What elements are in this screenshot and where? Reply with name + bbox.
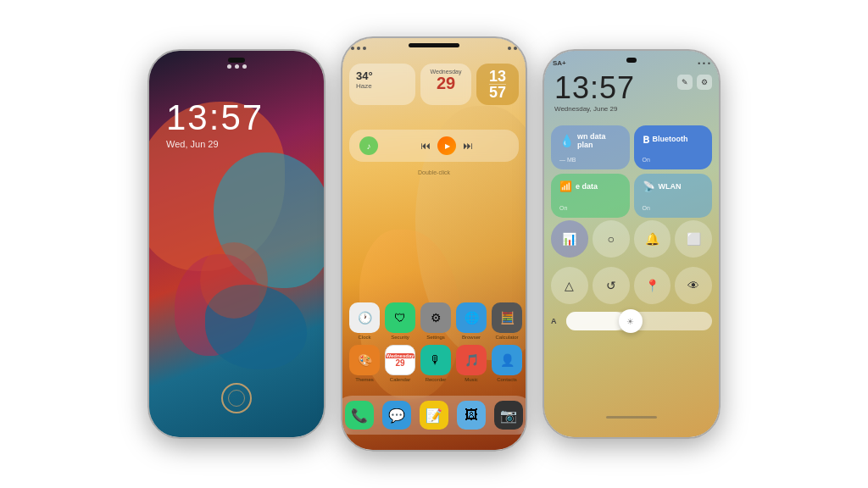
tile-wlan-title: WLAN	[659, 182, 682, 191]
music-app-icon: ♪	[359, 136, 378, 155]
app-icon-clock[interactable]: 🕐 Clock	[349, 302, 380, 340]
bg-blob-5	[200, 242, 268, 319]
home-indicator	[606, 416, 657, 419]
bluetooth-icon: ʙ	[643, 132, 649, 146]
control-panel-screen: SA+ ▪ ▪ ▪ 13:57 Wednesday, June 29 ✎ ⚙ 💧…	[544, 51, 719, 437]
tile-mobile-data[interactable]: 📶 e data On	[551, 174, 630, 218]
dock-notes[interactable]: 📝	[420, 401, 448, 430]
brightness-control: A ☀	[551, 312, 712, 330]
double-click-label: Double-click	[418, 169, 450, 175]
wifi-icon: ▪	[708, 59, 710, 67]
cp-btn-eye[interactable]: 👁	[675, 267, 712, 304]
app-img-browser: 🌐	[456, 302, 487, 333]
app-icon-calendar[interactable]: Wednesday 29 Calendar	[385, 345, 415, 382]
tile-bt-header: ʙ Bluetooth	[643, 132, 704, 146]
app-img-calculator: 🧮	[492, 302, 522, 333]
fingerprint-sensor[interactable]	[221, 383, 252, 413]
cp-btn-refresh[interactable]: ↺	[593, 267, 630, 304]
music-widget[interactable]: ♪ ⏮ ⏭	[349, 130, 519, 162]
cp-btn-stats[interactable]: 📊	[551, 220, 588, 258]
cp-btn-location[interactable]: 📍	[634, 267, 671, 304]
dock-gallery[interactable]: 🖼	[457, 401, 486, 430]
lockscreen-screen: 13:57 Wed, Jun 29	[149, 51, 324, 437]
tile-wlan-sub: On	[643, 205, 704, 211]
app-icon-browser[interactable]: 🌐 Browser	[456, 302, 487, 340]
lockscreen-date: Wed, Jun 29	[166, 139, 264, 149]
calendar-widget[interactable]: Wednesday 29	[420, 64, 471, 105]
status-dot	[351, 47, 354, 50]
tile-data-sub: — MB	[559, 157, 621, 163]
status-icons: ▪ ▪ ▪	[698, 59, 710, 67]
app-img-settings: ⚙	[420, 302, 451, 333]
tile-wlan-header: 📡 WLAN	[643, 180, 704, 192]
dock-phone[interactable]: 📞	[345, 401, 374, 430]
calendar-day-num: 29	[426, 75, 466, 92]
cp-btn-circle[interactable]: ○	[593, 220, 630, 258]
app-img-recorder: 🎙	[420, 345, 451, 375]
weather-widget[interactable]: 34° Haze	[349, 64, 415, 105]
app-label-clock: Clock	[358, 335, 370, 340]
cp-action-icons: ✎ ⚙	[677, 75, 712, 90]
status-dot	[363, 47, 366, 50]
dock-camera[interactable]: 📷	[494, 401, 523, 430]
app-icon-themes[interactable]: 🎨 Themes	[349, 345, 380, 382]
signal-icon: ▪	[703, 59, 705, 67]
phone-control-panel: SA+ ▪ ▪ ▪ 13:57 Wednesday, June 29 ✎ ⚙ 💧…	[542, 49, 721, 439]
app-label-music: Music	[465, 377, 478, 382]
status-indicator	[227, 64, 231, 69]
app-icon-calculator[interactable]: 🧮 Calculator	[492, 302, 522, 340]
music-icon-symbol: ♪	[367, 141, 371, 151]
camera-notch	[626, 58, 637, 63]
tile-bluetooth[interactable]: ʙ Bluetooth On	[634, 125, 713, 169]
brightness-fill	[566, 312, 625, 330]
brightness-knob[interactable]: ☀	[619, 309, 643, 333]
app-label-calendar: Calendar	[390, 377, 410, 382]
tile-mobile-header: 📶 e data	[559, 180, 621, 192]
status-dot	[514, 47, 517, 50]
tile-data-plan[interactable]: 💧 wn data plan — MB	[551, 125, 630, 169]
dock-messages[interactable]: 💬	[382, 401, 411, 430]
widget-row: 34° Haze Wednesday 29 13 57	[349, 64, 519, 105]
next-button[interactable]: ⏭	[463, 140, 473, 152]
app-label-contacts: Contacts	[497, 377, 517, 382]
app-img-clock: 🕐	[349, 302, 380, 333]
homescreen-screen: 34° Haze Wednesday 29 13 57 ♪ ⏮ ⏭ Doubl	[342, 38, 526, 450]
brightness-slider[interactable]: ☀	[566, 312, 712, 330]
play-button[interactable]	[437, 136, 456, 155]
app-label-settings: Settings	[426, 335, 445, 340]
app-icon-music[interactable]: 🎵 Music	[456, 345, 487, 382]
cp-date: Wednesday, June 29	[554, 105, 635, 113]
app-img-calendar: Wednesday 29	[385, 345, 415, 375]
control-tiles: 💧 wn data plan — MB ʙ Bluetooth On 📶 e d…	[551, 125, 712, 218]
carrier-label: SA+	[553, 59, 566, 67]
time-widget: 13 57	[476, 64, 519, 105]
weather-temp: 34°	[356, 69, 409, 82]
cp-edit-icon[interactable]: ✎	[677, 75, 693, 90]
app-dock: 📞 💬 📝 🖼 📷	[342, 396, 526, 435]
app-img-themes: 🎨	[349, 345, 380, 375]
app-icon-contacts[interactable]: 👤 Contacts	[492, 345, 522, 382]
wifi-icon: 📡	[643, 180, 655, 192]
cp-time-block: 13:57 Wednesday, June 29	[554, 73, 635, 113]
app-icon-settings[interactable]: ⚙ Settings	[420, 302, 451, 340]
app-label-themes: Themes	[355, 377, 374, 382]
app-grid: 🕐 Clock 🛡 Security ⚙ Settings 🌐 Browser …	[349, 302, 519, 382]
cp-btn-screen[interactable]: ⬜	[675, 220, 712, 258]
status-indicator	[242, 64, 247, 69]
battery-icon: ▪	[698, 59, 700, 67]
tile-wlan[interactable]: 📡 WLAN On	[634, 174, 713, 218]
status-bar	[149, 64, 324, 69]
weather-condition: Haze	[356, 82, 409, 90]
app-icon-security[interactable]: 🛡 Security	[385, 302, 415, 340]
status-dot	[508, 47, 511, 50]
app-img-contacts: 👤	[492, 345, 522, 375]
prev-button[interactable]: ⏮	[420, 140, 431, 152]
cp-btn-bell[interactable]: 🔔	[634, 220, 671, 258]
cp-settings-icon[interactable]: ⚙	[697, 75, 712, 90]
cp-btn-triangle[interactable]: △	[551, 267, 588, 304]
cp-clock: 13:57	[554, 73, 635, 103]
app-icon-recorder[interactable]: 🎙 Recorder	[420, 345, 451, 382]
phone-homescreen: 34° Haze Wednesday 29 13 57 ♪ ⏮ ⏭ Doubl	[341, 36, 527, 452]
phone-lockscreen: 13:57 Wed, Jun 29	[147, 49, 326, 439]
app-label-calculator: Calculator	[495, 335, 518, 340]
